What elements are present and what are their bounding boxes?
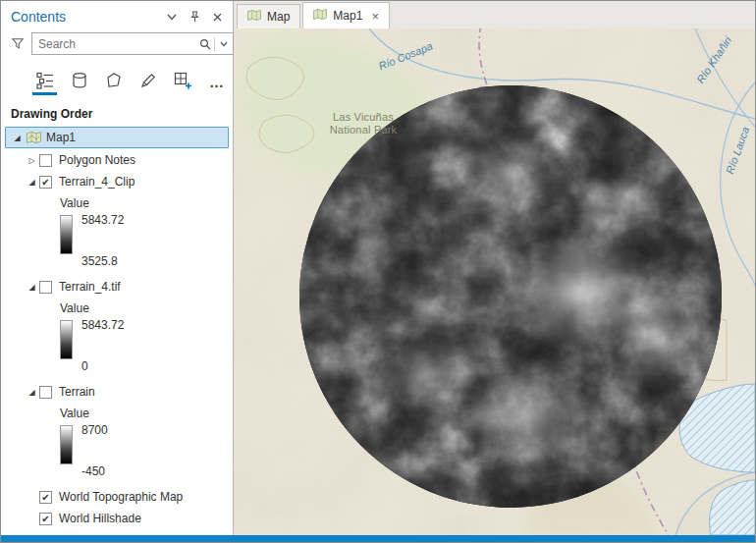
search-icon[interactable] [196, 33, 214, 54]
tree-item-label: Terrain [59, 385, 95, 399]
legend-terrain-4-tif: Value 5843.72 0 [60, 299, 233, 373]
list-by-data-source-button[interactable] [67, 69, 91, 95]
search-box [31, 32, 234, 55]
tab-close-icon[interactable]: × [371, 10, 379, 23]
tree-item-polygon-notes[interactable]: ▷ Polygon Notes [1, 149, 233, 171]
toolbar-more-button[interactable]: … [209, 69, 225, 95]
map-icon [27, 132, 41, 143]
tree-item-terrain[interactable]: ◢ Terrain [1, 381, 233, 403]
close-icon[interactable] [211, 11, 223, 23]
tree-item-world-hillshade[interactable]: ✔ World Hillshade [1, 508, 233, 529]
legend-color-ramp [60, 425, 73, 464]
legend-max-value: 5843.72 [81, 318, 124, 332]
tree-item-world-topographic-map[interactable]: ✔ World Topographic Map [1, 486, 233, 508]
layer-checkbox[interactable] [39, 386, 52, 399]
expand-icon[interactable]: ◢ [10, 134, 25, 142]
contents-toolbar: … [1, 62, 233, 95]
tree-item-terrain-4-clip[interactable]: ◢ ✔ Terrain_4_Clip [1, 171, 233, 192]
tab-map[interactable]: Map [237, 4, 300, 28]
chevron-down-icon[interactable] [166, 11, 178, 23]
tab-map1[interactable]: Map1 × [302, 2, 390, 28]
layer-checkbox[interactable] [39, 281, 52, 294]
layer-checkbox[interactable] [39, 154, 52, 167]
tab-label: Map [267, 10, 290, 24]
layer-checkbox[interactable]: ✔ [39, 176, 52, 189]
legend-values: 8700 -450 [81, 423, 108, 478]
map-icon [247, 10, 261, 24]
legend-body: 5843.72 0 [60, 320, 233, 373]
tree-item-label: Terrain_4_Clip [59, 175, 135, 189]
tree-item-map1[interactable]: ◢ Map1 [5, 127, 229, 148]
content-row: Contents [1, 1, 755, 535]
legend-values: 5843.72 0 [81, 318, 124, 373]
bottom-accent-bar [1, 535, 755, 542]
expand-icon[interactable]: ◢ [25, 178, 39, 187]
expand-icon[interactable]: ◢ [25, 283, 39, 292]
list-by-selection-button[interactable] [101, 69, 126, 95]
tree-item-label: World Hillshade [59, 512, 141, 525]
legend-terrain: Value 8700 -450 [60, 404, 233, 478]
contents-pane-header: Contents [1, 1, 233, 28]
view-tabbar: Map Map1 × [234, 1, 755, 28]
filter-icon[interactable] [12, 38, 24, 50]
map-viewport[interactable]: Las Vicuñas National Park Río Cosapa Río… [234, 28, 755, 535]
layer-checkbox[interactable]: ✔ [39, 513, 52, 525]
expand-icon[interactable]: ◢ [25, 388, 39, 397]
legend-value-label: Value [60, 299, 233, 320]
list-by-drawing-order-button[interactable] [32, 69, 57, 95]
legend-value-label: Value [60, 193, 233, 215]
map-canvas[interactable] [234, 28, 755, 535]
legend-body: 8700 -450 [60, 425, 233, 478]
map-icon [313, 9, 327, 23]
legend-values: 5843.72 3525.8 [81, 213, 124, 268]
pane-title: Contents [11, 9, 166, 25]
map-view-area: Map Map1 × [234, 1, 755, 535]
legend-color-ramp [60, 320, 73, 359]
pin-icon[interactable] [189, 11, 200, 23]
drawing-order-label: Drawing Order [1, 95, 233, 127]
legend-max-value: 5843.72 [81, 213, 124, 227]
contents-pane: Contents [1, 1, 234, 535]
tree-item-label: Terrain_4.tif [59, 280, 121, 294]
tree-item-label: Polygon Notes [59, 153, 135, 167]
tree-item-label: Map1 [46, 131, 76, 144]
layer-tree: ◢ Map1 ▷ Polygon Notes ◢ ✔ Terrain_4_C [1, 127, 233, 535]
legend-body: 5843.72 3525.8 [60, 215, 233, 268]
layer-checkbox[interactable]: ✔ [39, 491, 52, 504]
pane-header-icons [166, 11, 223, 23]
legend-min-value: 3525.8 [81, 254, 124, 268]
tab-label: Map1 [333, 9, 362, 23]
legend-min-value: -450 [81, 464, 108, 478]
search-dropdown-chevron-icon[interactable] [215, 33, 233, 54]
arcgis-pro-window: Contents [0, 0, 756, 543]
legend-max-value: 8700 [81, 423, 108, 437]
tree-item-terrain-4-tif[interactable]: ◢ Terrain_4.tif [1, 276, 233, 298]
legend-color-ramp [60, 215, 73, 254]
expand-icon[interactable]: ▷ [25, 156, 39, 165]
list-by-labeling-button[interactable] [171, 69, 195, 95]
list-by-editing-button[interactable] [136, 69, 161, 95]
legend-terrain-4-clip: Value 5843.72 3525.8 [60, 193, 233, 268]
search-input[interactable] [32, 37, 196, 51]
legend-value-label: Value [60, 404, 233, 425]
search-row [1, 28, 233, 62]
legend-min-value: 0 [81, 359, 124, 373]
tree-item-label: World Topographic Map [59, 490, 183, 504]
